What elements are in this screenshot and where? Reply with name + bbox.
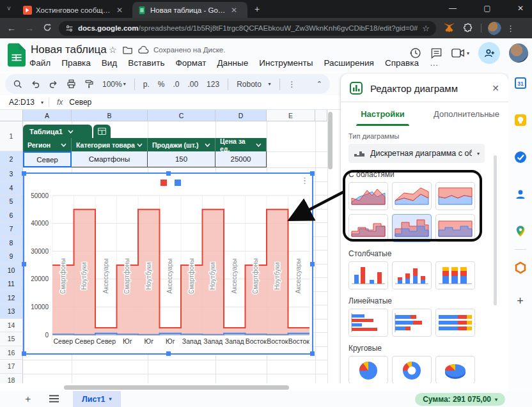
row-header[interactable]: 13 [0,305,23,319]
resize-handle[interactable] [310,171,315,176]
maps-icon[interactable] [514,225,527,238]
menu-item[interactable]: Вид [102,58,117,68]
column-dropdown-icon[interactable] [137,143,143,147]
full-stacked-bar-thumb[interactable] [435,309,475,337]
browser-tab-1[interactable]: Хостинговое сообщество «Tim ✕ [18,2,130,18]
resize-handle[interactable] [166,171,171,176]
table-menu-chip[interactable] [93,125,111,138]
resize-handle[interactable] [22,262,26,266]
stacked-area-thumb[interactable] [392,182,432,210]
column-dropdown-icon[interactable] [205,143,210,147]
area-thumb[interactable] [348,182,388,210]
column-header[interactable]: B [72,110,148,121]
menu-item[interactable]: Правка [61,58,91,68]
menu-item[interactable]: Файл [29,58,51,68]
cloud-saved-icon[interactable] [138,46,149,54]
data-cell[interactable]: 150 [148,151,215,167]
addon-icon[interactable] [514,261,527,274]
data-cell[interactable]: Север [23,151,72,167]
plus-icon[interactable]: + [517,295,524,308]
table-header-cell[interactable]: Цена за ед. [215,138,267,151]
bookmark-star-icon[interactable]: ☆ [422,24,430,33]
redo-icon[interactable] [49,79,58,89]
resize-handle[interactable] [22,351,26,356]
resize-handle[interactable] [166,351,171,356]
column-dropdown-icon[interactable] [256,143,262,147]
move-folder-icon[interactable] [123,46,132,54]
more-tools-icon[interactable]: ⋮ [288,80,296,89]
horizontal-scrollbar[interactable] [64,385,289,390]
row-header[interactable]: 14 [0,319,23,333]
full-stacked-area-thumb[interactable] [435,182,475,210]
collapse-toolbar-icon[interactable]: ⌃ [317,80,322,88]
data-cell[interactable]: Смартфоны [72,151,148,167]
row-header[interactable]: 9 [0,250,23,264]
font-select[interactable]: Roboto ▾ [237,80,270,89]
select-all-corner[interactable] [0,110,23,121]
row-header[interactable]: 10 [0,264,23,278]
chart-type-select[interactable]: Дискретная диаграмма с облас ▾ [348,144,485,163]
row-header[interactable]: 7 [0,222,23,236]
formula-input[interactable]: Север [69,98,91,107]
star-icon[interactable]: ☆ [109,45,117,55]
stacked-stepped-area-thumb[interactable] [392,214,432,242]
spreadsheet-grid[interactable]: ABCDE 123456789101112131415161718 Таблиц… [0,110,337,391]
tab-close-icon[interactable]: ✕ [116,6,123,15]
column-thumb[interactable] [348,261,388,289]
percent-format-button[interactable]: % [158,80,165,89]
row-header[interactable]: 6 [0,209,23,223]
menu-item[interactable]: Данные [217,58,248,68]
row-header[interactable]: 3 [0,167,23,181]
close-button[interactable]: ✕ [508,0,532,17]
browser-menu-icon[interactable]: ⋮ [506,24,515,33]
column-header[interactable]: E [267,110,315,121]
table-header-cell[interactable]: Продажи (шт.) [148,138,215,151]
tab-settings[interactable]: Настройки [341,102,425,126]
maximize-button[interactable]: ▢ [474,0,500,17]
menu-item[interactable]: Расширения [324,58,374,68]
sum-badge[interactable]: Сумма: 291 075,00▾ [415,393,505,406]
increase-decimals-button[interactable]: .00 [187,80,198,89]
back-icon[interactable]: ← [3,23,20,33]
menu-item[interactable]: Вставить [128,58,164,68]
column-header[interactable]: A [23,110,72,121]
bar-thumb[interactable] [348,309,388,337]
tab-customize[interactable]: Дополнительные [425,102,508,126]
browser-profile-avatar[interactable] [488,22,501,35]
row-header[interactable]: 4 [0,181,23,196]
keep-icon[interactable] [514,114,527,127]
column-dropdown-icon[interactable] [61,143,66,147]
new-tab-button[interactable]: + [254,4,260,14]
add-sheet-button[interactable]: ＋ [23,393,33,405]
sheet-tab[interactable]: Лист1▾ [73,391,121,407]
metamask-icon[interactable] [442,22,455,35]
row-header[interactable]: 1 [0,121,23,151]
column-header[interactable] [315,110,327,121]
row-header[interactable]: 17 [0,360,23,374]
row-header[interactable]: 2 [0,151,23,167]
url-field[interactable]: docs.google.com/spreadsheets/d/1b5Rj8tF1… [59,21,436,36]
resize-handle[interactable] [310,262,315,266]
print-icon[interactable] [66,79,76,89]
table-header-cell[interactable]: Категория товара [72,138,148,151]
embedded-chart[interactable]: 01000020000300004000050000СмартфоныНоутб… [23,173,313,355]
tasks-icon[interactable] [514,151,527,164]
paint-format-icon[interactable] [84,79,94,89]
name-box[interactable]: A2:D13▾ [0,98,49,107]
user-avatar[interactable] [509,43,528,63]
stepped-area-thumb[interactable] [348,214,388,242]
forward-icon[interactable]: → [20,23,38,33]
search-icon[interactable] [13,79,22,89]
close-panel-icon[interactable]: ✕ [492,83,499,93]
full-stacked-stepped-area-thumb[interactable] [435,214,475,242]
number-format-button[interactable]: 123 [207,80,219,89]
pie-thumb[interactable] [348,356,388,384]
site-settings-icon[interactable] [65,24,74,33]
decrease-decimals-button[interactable]: .0 [173,80,179,89]
full-stacked-column-thumb[interactable] [435,261,475,289]
row-header[interactable]: 15 [0,332,23,346]
zoom-select[interactable]: 100%▾ [102,80,126,89]
share-button[interactable] [478,42,500,64]
stacked-bar-thumb[interactable] [392,309,432,337]
resize-handle[interactable] [22,171,26,176]
